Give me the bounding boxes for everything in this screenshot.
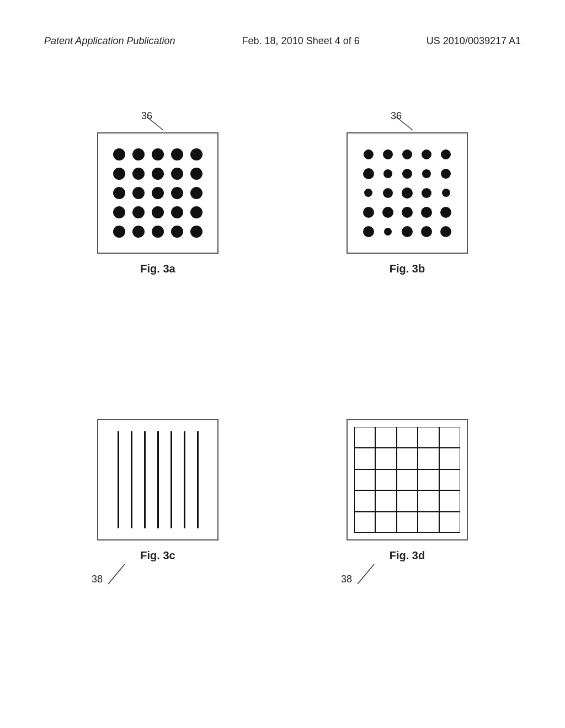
fig3b-box: [347, 132, 468, 254]
dot: [129, 164, 148, 183]
fig3b-dot-grid: [348, 133, 467, 253]
fig3d-grid: [348, 420, 467, 539]
dot: [109, 164, 129, 183]
dot: [129, 222, 148, 242]
fig3a-label: Fig. 3a: [140, 263, 175, 275]
dot: [187, 164, 206, 183]
v-line: [184, 431, 185, 528]
figure-3b: 36: [341, 110, 473, 275]
dot: [148, 144, 167, 164]
v-line: [144, 431, 146, 528]
dot: [129, 144, 148, 164]
dot: [168, 203, 187, 222]
fig3b-label: Fig. 3b: [390, 263, 425, 275]
dot: [168, 144, 187, 164]
dot: [109, 203, 129, 222]
figure-3a: 36: [92, 110, 224, 275]
dot: [168, 222, 187, 242]
fig3c-label: Fig. 3c: [140, 549, 175, 562]
v-line: [118, 431, 119, 528]
dot: [168, 183, 187, 202]
figure-3c: Fig. 3c 38: [92, 419, 224, 586]
dot: [187, 183, 206, 202]
dot: [148, 164, 167, 183]
header-date-sheet: Feb. 18, 2010 Sheet 4 of 6: [242, 35, 360, 47]
v-line: [157, 431, 159, 528]
v-line: [131, 431, 132, 528]
dot: [129, 203, 148, 222]
page-header: Patent Application Publication Feb. 18, …: [0, 35, 565, 47]
ref-label-3a: 36: [141, 110, 152, 122]
dot: [148, 203, 167, 222]
header-publication-type: Patent Application Publication: [44, 35, 175, 47]
fig3d-box: [347, 419, 468, 540]
svg-line-2: [108, 564, 125, 584]
svg-line-3: [358, 564, 374, 584]
fig3c-box: [97, 419, 218, 540]
dot: [168, 164, 187, 183]
fig3a-box: [97, 132, 218, 254]
ref-label-3d: 38: [341, 574, 352, 585]
dot: [148, 183, 167, 202]
dot: [148, 222, 167, 242]
header-patent-number: US 2010/0039217 A1: [427, 35, 521, 47]
fig3a-dot-grid: [98, 133, 217, 253]
dot: [109, 222, 129, 242]
v-line: [197, 431, 199, 528]
dot: [109, 183, 129, 202]
ref-label-3b: 36: [391, 110, 402, 122]
v-line: [170, 431, 172, 528]
dot: [109, 144, 129, 164]
fig3c-lines: [98, 420, 217, 539]
dot: [187, 144, 206, 164]
figure-3d: Fig. 3d 38: [341, 419, 473, 586]
ref-label-3c: 38: [92, 574, 103, 585]
dot: [129, 183, 148, 202]
dot: [187, 203, 206, 222]
dot: [187, 222, 206, 242]
fig3d-label: Fig. 3d: [390, 549, 425, 562]
